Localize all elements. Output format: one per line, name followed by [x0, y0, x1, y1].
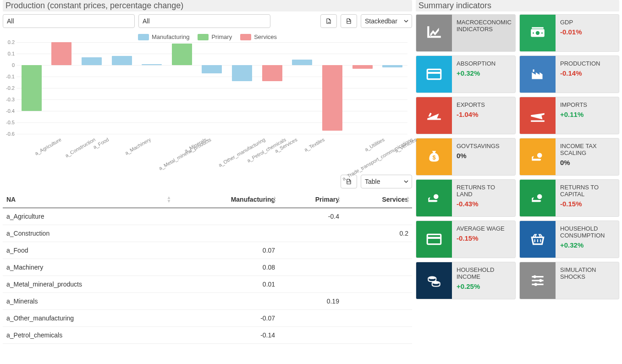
hand-coin-icon	[520, 180, 556, 216]
summary-card[interactable]: RETURNS TO LAND-0.43%	[416, 179, 516, 217]
y-tick: -0.2	[3, 85, 15, 91]
table-row: a_Petrol_chemicals-0.14	[3, 327, 412, 344]
bar[interactable]	[51, 42, 72, 65]
bar[interactable]	[22, 65, 42, 111]
card-title: IMPORTS	[560, 102, 615, 109]
bar[interactable]	[142, 64, 162, 66]
card-title: INCOME TAX SCALING	[560, 143, 615, 157]
sliders-icon	[520, 262, 556, 299]
card-value: -0.01%	[560, 28, 615, 36]
table-cell: a_Minerals	[3, 293, 173, 310]
bar-slot[interactable]	[137, 42, 167, 134]
summary-card[interactable]: PRODUCTION-0.14%	[519, 55, 619, 93]
summary-card[interactable]: SIMULATION SHOCKS	[519, 262, 619, 299]
bar-slot[interactable]	[197, 42, 227, 134]
table-cell	[279, 327, 343, 344]
legend-item[interactable]: Manufacturing	[138, 33, 189, 40]
table-row: a_Metal_mineral_products0.01	[3, 276, 412, 293]
table-row: a_Construction0.2	[3, 225, 412, 242]
export-csv-button[interactable]: CSV	[341, 14, 357, 28]
table-cell	[279, 242, 343, 259]
summary-card[interactable]: AVERAGE WAGE-0.15%	[416, 221, 516, 258]
summary-card[interactable]: HOUSEHOLD INCOME+0.25%	[416, 262, 516, 299]
table-header[interactable]: Primary▲▼	[279, 191, 343, 208]
summary-card[interactable]: GDP-0.01%	[519, 14, 619, 52]
bar-slot[interactable]	[347, 42, 378, 134]
data-table-scroll[interactable]: NA▲▼Manufacturing▲▼Primary▲▼Services▲▼ a…	[3, 191, 412, 361]
table-view-select[interactable]	[361, 175, 412, 188]
legend-label: Manufacturing	[152, 33, 189, 40]
file-image-icon	[325, 18, 332, 24]
bar[interactable]	[202, 65, 222, 73]
card-icon	[416, 56, 452, 93]
export-image-button[interactable]	[320, 14, 337, 28]
table-cell: 0.01	[173, 276, 279, 293]
card-title: HOUSEHOLD INCOME	[457, 267, 512, 281]
table-cell	[279, 276, 343, 293]
plane-up-icon	[416, 97, 452, 134]
bar[interactable]	[292, 60, 312, 66]
card-title: HOUSEHOLD CONSUMPTION	[560, 226, 615, 239]
legend-label: Primary	[211, 33, 232, 40]
table-cell: 0.07	[173, 242, 279, 259]
chart-area: ManufacturingPrimaryServices 0.20.10-0.1…	[3, 30, 412, 172]
table-row: a_Machinery0.08	[3, 259, 412, 276]
table-cell: a_Construction	[3, 225, 173, 242]
summary-card[interactable]: GOVTSAVINGS0%	[416, 138, 516, 176]
card-title: RETURNS TO LAND	[457, 184, 512, 198]
table-cell: 0.2	[343, 225, 412, 242]
sort-icon: ▲▼	[166, 196, 171, 203]
x-tick-label: a_Agriculture	[33, 137, 62, 156]
sort-icon: ▲▼	[272, 196, 277, 203]
y-tick: -0.5	[3, 120, 15, 125]
summary-card[interactable]: EXPORTS-1.04%	[416, 97, 516, 134]
summary-card[interactable]: HOUSEHOLD CONSUMPTION+0.32%	[519, 221, 619, 258]
bar[interactable]	[382, 65, 402, 67]
factory-icon	[520, 56, 556, 93]
bar-slot[interactable]	[17, 42, 47, 134]
table-header[interactable]: Services▲▼	[343, 191, 412, 208]
bar-slot[interactable]	[377, 42, 407, 134]
table-row: a_Other_manufacturing-0.07	[3, 310, 412, 327]
bar[interactable]	[112, 56, 132, 65]
bar-slot[interactable]	[77, 42, 107, 134]
bar[interactable]	[232, 65, 252, 81]
chart-type-select[interactable]	[361, 14, 412, 28]
sort-icon: ▲▼	[336, 196, 341, 203]
summary-card[interactable]: INCOME TAX SCALING0%	[519, 138, 619, 176]
hand-coin-icon	[416, 180, 452, 216]
bar[interactable]	[352, 65, 373, 69]
card-value: +0.11%	[560, 110, 615, 118]
summary-card[interactable]: IMPORTS+0.11%	[519, 97, 619, 134]
bar-slot[interactable]	[47, 42, 77, 134]
bar-slot[interactable]	[317, 42, 347, 134]
bar-slot[interactable]	[167, 42, 197, 134]
bar-slot[interactable]	[257, 42, 287, 134]
table-cell	[343, 208, 412, 225]
legend-item[interactable]: Primary	[198, 33, 232, 40]
bar-slot[interactable]	[227, 42, 257, 134]
bar-slot[interactable]	[107, 42, 137, 134]
bar-slot[interactable]	[287, 42, 317, 134]
money-bag-icon	[416, 138, 452, 175]
bar[interactable]	[172, 44, 192, 66]
card-icon	[416, 221, 452, 258]
card-title: RETURNS TO CAPITAL	[560, 184, 615, 198]
card-value: 0%	[457, 152, 512, 160]
x-tick-label: a_Machinery	[124, 137, 152, 156]
legend-item[interactable]: Services	[240, 33, 277, 40]
table-header[interactable]: NA▲▼	[3, 191, 173, 208]
bar[interactable]	[322, 65, 342, 131]
table-cell	[279, 225, 343, 242]
summary-card[interactable]: RETURNS TO CAPITAL-0.15%	[519, 179, 619, 217]
filter-input-2[interactable]	[138, 14, 270, 28]
bar[interactable]	[262, 65, 282, 81]
table-row: a_Food0.07	[3, 242, 412, 259]
bar[interactable]	[82, 57, 102, 66]
summary-card[interactable]: MACROECONOMIC INDICATORS	[416, 14, 516, 52]
filter-input-1[interactable]	[3, 14, 135, 28]
table-cell: -0.07	[173, 310, 279, 327]
summary-card[interactable]: ABSORPTION+0.32%	[416, 55, 516, 93]
table-header[interactable]: Manufacturing▲▼	[173, 191, 279, 208]
card-value: +0.32%	[560, 241, 615, 249]
